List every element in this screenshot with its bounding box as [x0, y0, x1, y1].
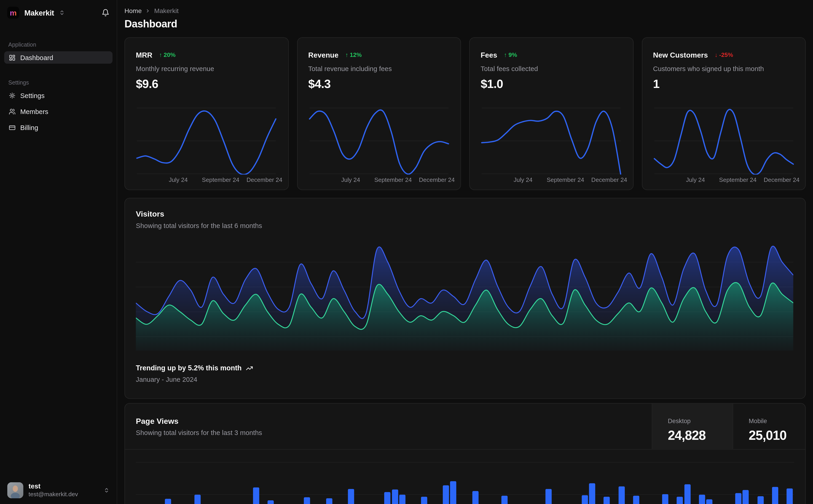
stat-value: $1.0: [481, 77, 622, 91]
sparkline-x-axis: July 24 September 24 December 24: [308, 177, 450, 184]
chevrons-up-down-icon[interactable]: [59, 10, 65, 16]
sidebar-item-label: Members: [20, 107, 48, 115]
toggle-desktop[interactable]: Desktop 24,828: [652, 403, 733, 449]
bar: [786, 488, 793, 504]
trend-badge: ↓ -25%: [715, 52, 733, 58]
bar: [589, 483, 595, 504]
trend-badge: ↑ 9%: [504, 52, 517, 58]
visitors-subtitle: Showing total visitors for the last 6 mo…: [136, 222, 794, 229]
bar: [253, 487, 259, 504]
sidebar-item-billing[interactable]: Billing: [4, 121, 112, 134]
bar: [662, 494, 669, 504]
users-icon: [9, 108, 16, 115]
visitors-title: Visitors: [136, 209, 794, 218]
toggle-label: Desktop: [668, 417, 733, 425]
toggle-label: Mobile: [749, 417, 805, 425]
main-content: Home Makerkit Dashboard MRR ↑ 20% Monthl…: [117, 0, 813, 504]
breadcrumb-current: Makerkit: [154, 7, 178, 15]
trend-arrow-icon: ↑: [504, 52, 507, 58]
bar: [699, 495, 705, 504]
bar: [267, 500, 274, 504]
makerkit-logo: m: [7, 7, 19, 19]
visitors-date-range: January - June 2024: [136, 376, 794, 383]
sidebar-item-label: Billing: [20, 124, 38, 131]
bar: [326, 498, 332, 504]
user-name: test: [29, 482, 78, 491]
x-tick: September 24: [719, 177, 757, 183]
stat-card-revenue: Revenue ↑ 12% Total revenue including fe…: [297, 37, 461, 190]
x-tick: December 24: [419, 177, 455, 183]
bar: [392, 490, 398, 504]
user-info: test test@makerkit.dev: [29, 482, 78, 498]
bell-icon[interactable]: [101, 9, 109, 17]
gear-icon: [9, 92, 16, 98]
chevron-right-icon: [145, 8, 151, 13]
sidebar-item-label: Dashboard: [20, 54, 53, 61]
mrr-sparkline-chart: July 24 September 24 December 24: [136, 107, 277, 186]
visitors-card: Visitors Showing total visitors for the …: [124, 198, 806, 399]
page-views-title: Page Views: [136, 416, 652, 425]
x-tick: December 24: [764, 177, 800, 183]
stat-subtitle: Total fees collected: [481, 65, 622, 72]
breadcrumb: Home Makerkit: [124, 7, 813, 15]
bar: [757, 496, 763, 504]
bar: [633, 496, 639, 504]
bar: [421, 497, 427, 504]
bar: [443, 485, 449, 504]
trend-badge: ↑ 20%: [159, 52, 175, 58]
visitors-footer: Trending up by 5.2% this month January -…: [136, 364, 794, 383]
bar: [619, 486, 625, 504]
stat-value: 1: [653, 77, 794, 91]
new-customers-sparkline-chart: July 24 September 24 December 24: [653, 107, 794, 186]
user-menu[interactable]: test test@makerkit.dev: [0, 477, 117, 504]
trend-arrow-icon: ↑: [159, 52, 162, 58]
x-tick: September 24: [374, 177, 412, 183]
revenue-sparkline-chart: July 24 September 24 December 24: [308, 107, 450, 186]
workspace-name: Makerkit: [24, 8, 54, 17]
x-tick: July 24: [514, 177, 533, 183]
sidebar-nav: Application Dashboard Settings Settings …: [0, 24, 117, 137]
workspace-header: m Makerkit: [0, 0, 117, 24]
sparkline-x-axis: July 24 September 24 December 24: [481, 177, 622, 184]
stat-cards-row: MRR ↑ 20% Monthly recurring revenue $9.6…: [124, 37, 806, 190]
bar: [772, 487, 778, 504]
sidebar-item-settings[interactable]: Settings: [4, 89, 112, 101]
stat-card-fees: Fees ↑ 9% Total fees collected $1.0 July…: [469, 37, 634, 190]
bar: [399, 495, 405, 504]
sidebar: m Makerkit Application Dashboard Setting…: [0, 0, 117, 504]
nav-section-settings: Settings: [8, 79, 108, 85]
sidebar-item-members[interactable]: Members: [4, 105, 112, 117]
x-tick: July 24: [686, 177, 705, 183]
x-tick: July 24: [341, 177, 360, 183]
trend-value: 20%: [164, 52, 175, 58]
bar: [677, 497, 683, 504]
bar: [384, 492, 391, 504]
bar: [472, 491, 478, 504]
stat-subtitle: Total revenue including fees: [308, 65, 450, 72]
logo-letter: m: [10, 9, 17, 17]
stat-subtitle: Customers who signed up this month: [653, 65, 794, 72]
nav-section-application: Application: [8, 41, 108, 48]
trend-value: -25%: [719, 52, 733, 58]
bar: [735, 493, 741, 504]
bar: [545, 489, 551, 504]
toggle-mobile[interactable]: Mobile 25,010: [733, 403, 805, 449]
sidebar-item-dashboard[interactable]: Dashboard: [4, 51, 112, 64]
trend-arrow-icon: ↓: [715, 52, 718, 58]
sparkline-x-axis: July 24 September 24 December 24: [136, 177, 277, 184]
x-tick: July 24: [169, 177, 188, 183]
stat-value: $4.3: [308, 77, 450, 91]
page-title: Dashboard: [124, 18, 813, 30]
breadcrumb-home-link[interactable]: Home: [124, 7, 142, 15]
x-tick: December 24: [591, 177, 627, 183]
layout-dashboard-icon: [9, 54, 16, 61]
bar: [165, 499, 171, 504]
stat-value: $9.6: [136, 77, 277, 91]
trend-arrow-icon: ↑: [345, 52, 348, 58]
trend-value: 9%: [508, 52, 517, 58]
bar: [604, 497, 610, 504]
visitors-trend-text: Trending up by 5.2% this month: [136, 364, 242, 372]
x-tick: September 24: [202, 177, 240, 183]
bar: [501, 496, 507, 504]
page-views-card: Page Views Showing total visitors for th…: [124, 403, 806, 504]
